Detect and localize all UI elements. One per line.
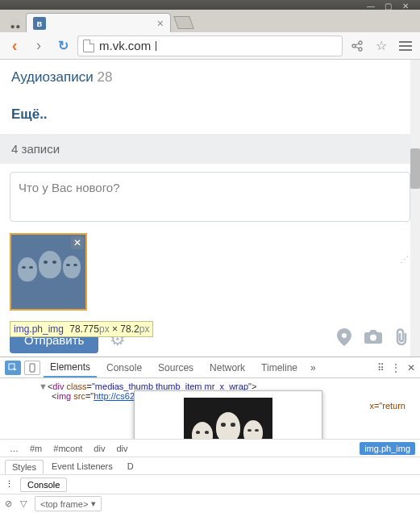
attachment-thumbnail[interactable]: ✕ [10, 233, 87, 311]
browser-toolbar: ‹ › ↻ m.vk.com ☆ [0, 32, 420, 60]
tabs-overflow-icon[interactable]: » [310, 362, 316, 373]
device-mode-icon[interactable] [24, 361, 40, 375]
tab-network[interactable]: Network [203, 359, 252, 377]
camera-icon[interactable] [364, 328, 383, 351]
reload-button[interactable]: ↻ [53, 36, 73, 56]
browser-tab[interactable]: в × [26, 13, 171, 32]
post-textarea[interactable] [10, 172, 410, 222]
styles-subtabs: Styles Event Listeners D [0, 457, 420, 474]
location-pin-icon[interactable] [336, 328, 352, 351]
devtools-close-icon[interactable]: ✕ [407, 362, 415, 373]
tab-console[interactable]: Console [100, 359, 148, 377]
back-button[interactable]: ‹ [5, 36, 24, 56]
remove-attachment-icon[interactable]: ✕ [71, 236, 84, 249]
audio-count: 28 [97, 69, 112, 85]
chrome-menu-icon[interactable] [396, 41, 415, 51]
svg-point-3 [11, 25, 15, 28]
maximize-icon[interactable]: ▢ [385, 2, 397, 8]
inspect-element-icon[interactable] [5, 361, 21, 375]
scrollbar[interactable] [410, 60, 420, 357]
devtools-menu-icon[interactable]: ⋮ [391, 362, 401, 373]
devtools-panel: Elements Console Sources Network Timelin… [0, 357, 420, 513]
tab-strip: в × [0, 10, 420, 32]
tab-timeline[interactable]: Timeline [255, 359, 304, 377]
tab-sources[interactable]: Sources [152, 359, 200, 377]
filter-icon[interactable]: ▽ [20, 498, 27, 509]
frame-selector[interactable]: <top frame>▾ [35, 496, 102, 511]
more-link[interactable]: Ещё.. [0, 95, 420, 134]
address-bar[interactable]: m.vk.com [77, 35, 343, 56]
tab-close-icon[interactable]: × [157, 17, 164, 30]
scrollbar-thumb[interactable] [410, 148, 420, 189]
audio-link-label[interactable]: Аудиозаписи [11, 69, 94, 85]
devtools-tabs: Elements Console Sources Network Timelin… [0, 357, 420, 378]
resize-grip-icon[interactable]: ⋰ [400, 255, 409, 265]
minimize-icon[interactable]: — [367, 2, 380, 8]
inspector-tooltip: img.ph_img 78.775px × 78.2px [10, 321, 153, 337]
clear-console-icon[interactable]: ⊘ [5, 498, 12, 509]
drawer-menu-icon[interactable]: ⋮ [5, 479, 14, 490]
forward-button[interactable]: › [29, 36, 48, 56]
incognito-icon [5, 15, 26, 32]
svg-line-8 [356, 44, 360, 45]
subtab-event-listeners[interactable]: Event Listeners [45, 460, 119, 473]
image-preview-popup: .mask-face::before{width:20%;height:12%;… [134, 390, 322, 439]
drawer-toggle-icon[interactable]: ⠿ [377, 362, 385, 373]
tab-elements[interactable]: Elements [44, 358, 97, 377]
tab-favicon: в [33, 17, 46, 30]
page-icon [83, 40, 94, 52]
svg-line-9 [356, 47, 360, 48]
records-bar: 4 записи [0, 134, 420, 164]
window-titlebar: — ▢ ✕ [0, 0, 420, 10]
svg-point-10 [370, 335, 376, 341]
url-text: m.vk.com [99, 39, 151, 52]
subtab-d[interactable]: D [121, 460, 140, 473]
svg-point-4 [16, 25, 19, 28]
console-toolbar: ⊘ ▽ <top frame>▾ [0, 494, 420, 513]
bookmark-star-icon[interactable]: ☆ [372, 36, 391, 56]
new-tab-button[interactable] [173, 16, 194, 29]
svg-rect-12 [30, 364, 35, 372]
close-window-icon[interactable]: ✕ [402, 2, 415, 8]
page-content: Аудиозаписи 28 Ещё.. 4 записи ⋰ ✕ Отправ… [0, 60, 420, 357]
breadcrumb[interactable]: … #m #mcont div div img.ph_img [0, 439, 420, 457]
subtab-styles[interactable]: Styles [5, 460, 44, 474]
share-icon[interactable] [347, 36, 367, 56]
preview-image: .mask-face::before{width:20%;height:12%;… [184, 398, 272, 439]
console-drawer-header: ⋮ Console [0, 474, 420, 494]
console-drawer-tab[interactable]: Console [20, 478, 67, 492]
attach-clip-icon[interactable] [394, 328, 410, 351]
svg-point-0 [8, 22, 23, 24]
crumb-selected[interactable]: img.ph_img [360, 442, 415, 455]
audio-link-row[interactable]: Аудиозаписи 28 [0, 60, 420, 95]
